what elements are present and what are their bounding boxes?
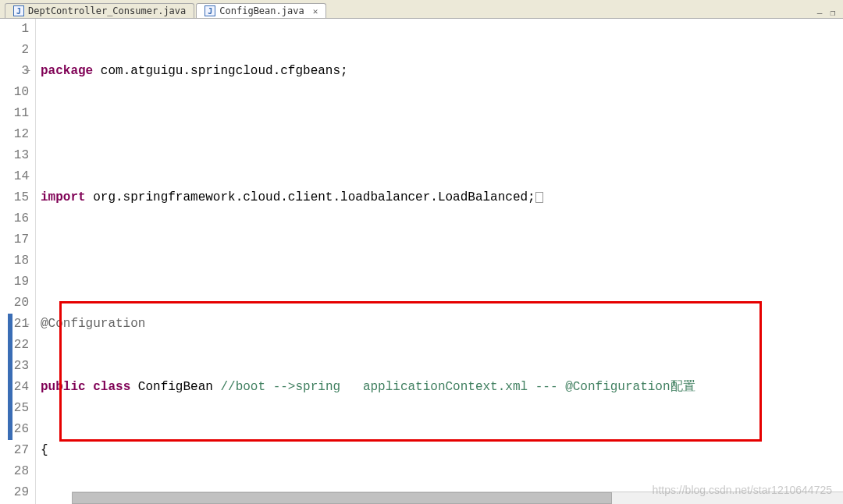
code-editor[interactable]: 1 2 3+ 10 11 12 13 14- 15 16 17 18 19 20… [0,19,843,504]
code-line: import org.springframework.cloud.client.… [41,187,843,208]
collapsed-import-icon[interactable] [535,192,543,203]
code-line: { [41,440,843,461]
code-line: package com.atguigu.springcloud.cfgbeans… [41,61,843,82]
code-content[interactable]: package com.atguigu.springcloud.cfgbeans… [36,19,843,504]
tab-config-bean[interactable]: J ConfigBean.java ✕ [196,3,326,18]
window-controls: — ❐ [817,8,843,18]
tab-label: DeptController_Consumer.java [28,5,186,16]
code-line [41,124,843,145]
restore-icon[interactable]: ❐ [830,8,835,18]
change-marker [8,314,12,440]
code-line: public class ConfigBean //boot -->spring… [41,377,843,398]
editor-tab-bar: J DeptController_Consumer.java J ConfigB… [0,0,843,19]
minimize-icon[interactable]: — [817,8,823,18]
close-icon[interactable]: ✕ [313,6,318,16]
code-line [41,250,843,272]
watermark-text: https://blog.csdn.net/star1210644725 [653,484,832,496]
code-line: @Configuration [41,314,843,335]
java-file-icon: J [205,5,215,16]
tab-dept-controller[interactable]: J DeptController_Consumer.java [5,3,194,18]
tab-label: ConfigBean.java [219,5,304,16]
scrollbar-thumb[interactable] [72,492,612,504]
line-number-gutter: 1 2 3+ 10 11 12 13 14- 15 16 17 18 19 20… [0,19,36,504]
fold-collapse-icon[interactable]: - [26,166,30,187]
fold-collapse-icon[interactable]: - [26,314,30,335]
fold-expand-icon[interactable]: + [26,61,30,82]
java-file-icon: J [13,5,24,16]
